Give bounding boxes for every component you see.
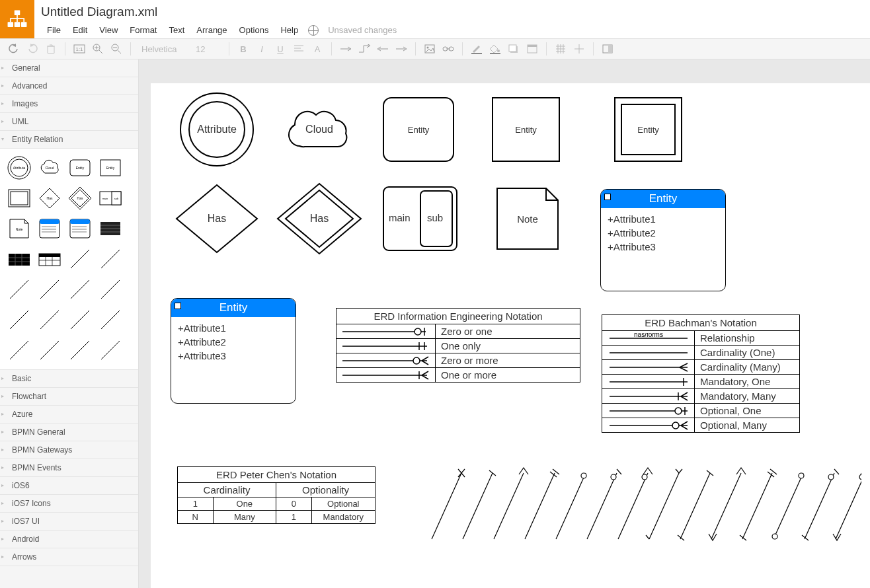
thumb-connector-13[interactable]	[65, 336, 95, 365]
palette-bpmn-gateways[interactable]: BPMN Gateways	[0, 441, 138, 459]
font-size-field[interactable]: 12	[190, 44, 223, 54]
undo-button[interactable]	[5, 40, 22, 57]
zoom-out-button[interactable]	[108, 40, 125, 57]
palette-bpmn-events[interactable]: BPMN Events	[0, 459, 138, 477]
menu-file[interactable]: File	[41, 23, 67, 37]
thumb-connector-14[interactable]	[96, 336, 125, 365]
palette-ios6[interactable]: iOS6	[0, 477, 138, 495]
thumb-connector-3[interactable]	[5, 275, 34, 304]
font-color-button[interactable]: A	[309, 40, 326, 57]
palette-advanced[interactable]: Advanced	[0, 77, 138, 95]
thumb-entity-rounded[interactable]: Entity	[65, 153, 95, 182]
connector-straight-button[interactable]	[337, 40, 354, 57]
shape-sidebar[interactable]: General Advanced Images UML Entity Relat…	[0, 59, 139, 588]
thumb-entity-table-dark[interactable]	[96, 214, 125, 243]
table-chen[interactable]: ERD Peter Chen's Notation Cardinality Op…	[177, 466, 376, 524]
palette-general[interactable]: General	[0, 59, 138, 77]
thumb-entity-card-blue-2[interactable]	[65, 214, 95, 243]
menu-view[interactable]: View	[93, 23, 124, 37]
thumb-table-black[interactable]	[5, 244, 34, 274]
language-icon[interactable]	[308, 25, 319, 36]
thumb-connector-11[interactable]	[5, 336, 34, 365]
svg-line-49	[10, 280, 28, 299]
thumb-connector-4[interactable]	[35, 275, 64, 304]
palette-android[interactable]: Android	[0, 531, 138, 548]
thumb-note[interactable]: Note	[5, 214, 34, 243]
shape-has-diamond[interactable]: Has	[174, 182, 260, 255]
shape-entity-card-right[interactable]: -Entity +Attribute1 +Attribute2 +Attribu…	[600, 189, 726, 291]
guides-button[interactable]	[571, 40, 588, 57]
underline-button[interactable]: U	[272, 40, 289, 57]
connector-elbow-button[interactable]	[356, 40, 373, 57]
delete-button[interactable]	[42, 40, 59, 57]
thumb-connector-12[interactable]	[35, 336, 64, 365]
thumb-has-diamond[interactable]: Has	[35, 184, 64, 213]
image-button[interactable]	[421, 40, 438, 57]
thumb-connector-6[interactable]	[96, 275, 125, 304]
document-title[interactable]: Untitled Diagram.xml	[41, 0, 870, 19]
shape-entity-card-left[interactable]: -Entity +Attribute1 +Attribute2 +Attribu…	[171, 298, 296, 404]
align-button[interactable]	[290, 40, 307, 57]
palette-uml[interactable]: UML	[0, 113, 138, 131]
palette-arrows[interactable]: Arrows	[0, 548, 138, 566]
palette-ios7-icons[interactable]: iOS7 Icons	[0, 495, 138, 513]
menu-format[interactable]: Format	[124, 23, 163, 37]
menu-options[interactable]: Options	[233, 23, 275, 37]
arrow-start-button[interactable]	[374, 40, 391, 57]
menu-text[interactable]: Text	[163, 23, 190, 37]
shadow-button[interactable]	[505, 40, 522, 57]
thumb-connector-7[interactable]	[5, 305, 34, 334]
app-logo[interactable]	[0, 0, 34, 38]
thumb-entity-double[interactable]	[5, 184, 34, 213]
palette-bpmn-general[interactable]: BPMN General	[0, 423, 138, 441]
link-button[interactable]	[440, 40, 457, 57]
thumb-has-double-diamond[interactable]: Has	[65, 184, 95, 213]
table-bachman[interactable]: ERD Bachman's Notation has/formsRelation…	[602, 314, 800, 433]
shape-entity-rounded[interactable]: Entity	[382, 96, 455, 163]
thumb-main-sub[interactable]: mainsub	[96, 184, 125, 213]
shape-main-sub[interactable]: main sub	[382, 186, 458, 252]
palette-basic[interactable]: Basic	[0, 370, 138, 388]
palette-flowchart[interactable]: Flowchart	[0, 388, 138, 406]
italic-button[interactable]: I	[253, 40, 270, 57]
thumb-connector-1[interactable]	[65, 244, 95, 274]
menu-help[interactable]: Help	[274, 23, 304, 37]
thumb-entity-card-blue[interactable]	[35, 214, 64, 243]
thumb-cloud[interactable]: Cloud	[35, 153, 64, 182]
table-ie-notation[interactable]: ERD Information Engineering Notation Zer…	[336, 308, 580, 383]
redo-button[interactable]	[24, 40, 41, 57]
stroke-color-button[interactable]	[468, 40, 485, 57]
font-family-field[interactable]: Helvetica	[136, 44, 189, 54]
format-panel-button[interactable]	[599, 40, 616, 57]
bold-button[interactable]: B	[235, 40, 252, 57]
thumb-connector-2[interactable]	[96, 244, 125, 274]
grid-button[interactable]	[552, 40, 569, 57]
container-button[interactable]	[524, 40, 541, 57]
canvas-page[interactable]: Attribute Cloud Entity Entity Entity	[151, 83, 870, 588]
shape-has-double-diamond[interactable]: Has	[276, 182, 362, 255]
fill-color-button[interactable]	[487, 40, 504, 57]
canvas-area[interactable]: Attribute Cloud Entity Entity Entity	[139, 59, 870, 588]
thumb-attribute[interactable]: Attribute	[5, 153, 34, 182]
thumb-entity-rect[interactable]: Entity	[96, 153, 125, 182]
menu-edit[interactable]: Edit	[67, 23, 93, 37]
actual-size-button[interactable]: 1:1	[71, 40, 88, 57]
shape-entity-double[interactable]: Entity	[613, 96, 683, 163]
zoom-in-button[interactable]	[89, 40, 106, 57]
shape-attribute[interactable]: Attribute	[177, 90, 257, 169]
thumb-connector-10[interactable]	[96, 305, 125, 334]
menu-arrange[interactable]: Arrange	[190, 23, 233, 37]
thumb-connector-9[interactable]	[65, 305, 95, 334]
shape-entity-rect[interactable]: Entity	[491, 96, 561, 163]
palette-azure[interactable]: Azure	[0, 406, 138, 423]
palette-images[interactable]: Images	[0, 95, 138, 113]
connector-samples[interactable]	[425, 466, 861, 546]
arrow-end-button[interactable]	[393, 40, 410, 57]
thumb-connector-8[interactable]	[35, 305, 64, 334]
palette-ios7-ui[interactable]: iOS7 UI	[0, 513, 138, 531]
palette-entity-relation[interactable]: Entity Relation	[0, 131, 138, 149]
shape-cloud[interactable]: Cloud	[280, 96, 359, 163]
thumb-table-white[interactable]	[35, 244, 64, 274]
shape-note[interactable]: Note	[494, 186, 561, 252]
thumb-connector-5[interactable]	[65, 275, 95, 304]
